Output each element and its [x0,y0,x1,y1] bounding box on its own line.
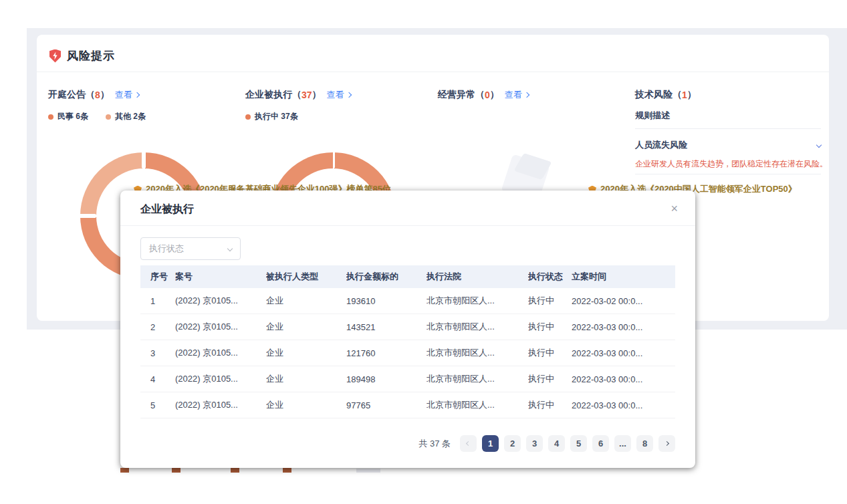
header-divider [37,72,829,72]
bar-chart-fragment [120,468,129,473]
enforcement-legend: 执行中 37条 [245,111,298,122]
bar-chart-fragment [172,468,180,473]
legend-dot-icon [106,114,111,120]
table-row: 3 (2022) 京0105... 企业 121760 北京市朝阳区人... 执… [140,340,675,366]
legend-item: 其他 2条 [106,111,146,122]
bar-chart-fragment [283,468,291,473]
table-row: 5 (2022) 京0105... 企业 97765 北京市朝阳区人... 执行… [140,392,675,418]
chevron-right-icon [134,92,140,98]
legend-dot-icon [48,114,53,120]
chevron-down-icon [227,246,233,251]
page-button-8[interactable]: 8 [636,435,653,452]
enforcement-count: 37 [301,90,312,100]
chevron-right-icon [346,92,351,98]
risk-description: 企业研发人员有流失趋势，团队稳定性存在潜在风险。 [635,158,829,170]
card-header: 风险提示 [49,48,115,64]
tech-risk-count: 1 [682,90,687,100]
risk-shield-icon [49,49,61,63]
prev-page-button[interactable] [460,435,477,452]
section-title-tech-risk: 技术风险（1） [635,89,697,101]
table-row: 4 (2022) 京0105... 企业 189498 北京市朝阳区人... 执… [140,366,675,392]
ellipsis-pages-button[interactable]: ... [614,435,631,452]
page-button-2[interactable]: 2 [504,435,521,452]
enforcement-modal: 企业被执行 × 执行状态 序号 案号 被执行人类型 执行金额标的 执行法院 执行… [120,191,695,468]
pagination: 共 37 条 1 2 3 4 5 6 ... 8 [418,435,675,452]
chevron-right-icon [524,92,529,98]
select-placeholder: 执行状态 [149,243,184,255]
chevron-right-icon [664,441,669,446]
section-title-abnormal-operation: 经营异常（0） 查看 [438,89,529,101]
execution-status-select[interactable]: 执行状态 [140,237,241,260]
close-icon[interactable]: × [671,203,678,215]
risk-name: 人员流失风险 [635,139,687,151]
bar-chart-fragment [356,469,380,473]
table-row: 1 (2022) 京0105... 企业 193610 北京市朝阳区人... 执… [140,288,675,314]
table-header-row: 序号 案号 被执行人类型 执行金额标的 执行法院 执行状态 立案时间 [140,265,675,288]
abnormal-count: 0 [485,90,490,100]
chevron-left-icon [466,441,471,446]
view-enforcement-link[interactable]: 查看 [327,89,351,101]
page-button-4[interactable]: 4 [548,435,565,452]
page-button-1[interactable]: 1 [482,435,499,452]
card-title: 风险提示 [67,48,115,64]
court-count: 8 [95,90,100,100]
view-abnormal-link[interactable]: 查看 [505,89,529,101]
bar-chart-fragment [231,468,239,473]
tech-risk-divider [635,128,821,129]
court-legend: 民事 6条 其他 2条 [48,111,146,122]
table-row: 2 (2022) 京0105... 企业 143521 北京市朝阳区人... 执… [140,314,675,340]
page-button-5[interactable]: 5 [570,435,587,452]
staff-loss-risk-accordion[interactable]: 人员流失风险 [635,139,821,151]
modal-title: 企业被执行 [140,203,194,217]
modal-header-divider [120,225,695,226]
legend-item: 民事 6条 [48,111,88,122]
page-button-3[interactable]: 3 [526,435,543,452]
legend-dot-icon [245,114,251,120]
total-count-label: 共 37 条 [418,438,451,450]
next-page-button[interactable] [658,435,675,452]
tech-risk-divider [635,174,821,174]
page-button-6[interactable]: 6 [592,435,609,452]
section-title-enforcement: 企业被执行（37） 查看 [245,89,351,101]
rule-description-label: 规则描述 [635,110,670,122]
section-title-court-announcement: 开庭公告（8） 查看 [48,89,139,101]
view-court-link[interactable]: 查看 [115,89,139,101]
legend-item: 执行中 37条 [245,111,298,122]
enforcement-table: 序号 案号 被执行人类型 执行金额标的 执行法院 执行状态 立案时间 1 (20… [140,265,675,418]
chevron-down-icon [816,142,822,148]
